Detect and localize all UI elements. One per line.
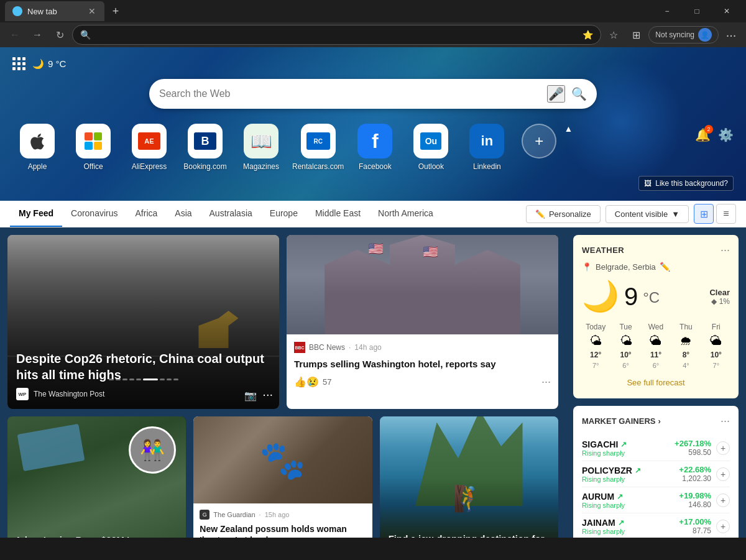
aurum-add-button[interactable]: + — [716, 493, 730, 507]
policybzr-status: Rising sharply — [582, 475, 679, 483]
forward-button[interactable]: → — [27, 25, 47, 45]
like-background-button[interactable]: 🖼 Like this background? — [638, 176, 734, 191]
microphone-button[interactable]: 🎤 — [547, 85, 565, 103]
chevron-down-icon: ▼ — [671, 209, 679, 219]
address-bar[interactable]: 🔍 ⭐ — [72, 25, 601, 45]
market-gainers-link[interactable]: MARKET GAINERS › — [582, 416, 661, 426]
more-options-button[interactable]: ··· — [721, 25, 741, 45]
coal-article-hero[interactable]: Despite Cop26 rhetoric, China coal outpu… — [7, 235, 279, 409]
feed-nav-myfeed[interactable]: My Feed — [10, 201, 62, 227]
shortcut-outlook[interactable]: Ou Outlook — [406, 124, 456, 171]
forecast-tue-low: 6° — [622, 362, 629, 369]
shortcut-office[interactable]: Office — [68, 124, 118, 171]
shortcut-magazines[interactable]: 📖 Magazines — [236, 124, 286, 171]
feed-nav-middleeast[interactable]: Middle East — [306, 201, 369, 227]
weather-city: Belgrade, Serbia — [596, 262, 656, 272]
policybzr-add-button[interactable]: + — [716, 467, 730, 481]
feed-nav-australasia[interactable]: Australasia — [201, 201, 261, 227]
location-pin-icon: 📍 — [582, 262, 592, 272]
back-button[interactable]: ← — [5, 25, 25, 45]
shortcuts-grid: Apple Office — [12, 124, 512, 171]
see-full-forecast-button[interactable]: See full forecast — [582, 375, 730, 390]
weather-temp-main: 🌙 9 °C — [582, 279, 660, 314]
sigachi-add-button[interactable]: + — [716, 441, 730, 455]
forecast-tue-label: Tue — [619, 323, 632, 331]
grid-view-button[interactable]: ⊞ — [694, 204, 714, 224]
weather-more-button[interactable]: ··· — [721, 244, 730, 257]
weather-summary: 🌙 9 °C — [32, 58, 66, 70]
bbc-article-card[interactable]: 🇺🇸 🇺🇸 BBC BBC News · 14h ago Trumps sell… — [287, 235, 558, 409]
favorites-button[interactable]: ☆ — [604, 25, 624, 45]
feed-nav-northamerica[interactable]: North America — [369, 201, 442, 227]
new-tab-button[interactable]: + — [107, 2, 124, 20]
rentalcars-icon: RC — [301, 124, 336, 158]
hero-top-row: 🌙 9 °C 🎤 🔍 — [0, 47, 746, 109]
sigachi-change: +267.18% 598.50 — [675, 439, 711, 457]
feed-nav-africa[interactable]: Africa — [127, 201, 167, 227]
add-shortcut-button[interactable]: + — [522, 124, 556, 158]
forecast-today-low: 7° — [592, 362, 599, 369]
forecast-thu-icon: 🌧 — [679, 334, 692, 348]
market-left-jainam: JAINAM ↗ Rising sharply — [582, 518, 679, 535]
possum-source-row: G The Guardian · 15h ago — [200, 510, 366, 520]
apps-grid-button[interactable] — [12, 57, 25, 70]
notification-button[interactable]: 🔔 2 — [695, 127, 711, 142]
shortcut-booking[interactable]: B Booking.com — [180, 124, 230, 171]
personalize-button[interactable]: ✏️ Personalize — [526, 205, 601, 223]
aurum-status: Rising sharply — [582, 502, 679, 509]
address-input[interactable] — [96, 30, 578, 40]
sync-label: Not syncing — [655, 30, 694, 39]
tab-close-button[interactable]: ✕ — [87, 5, 97, 17]
search-bar[interactable]: 🎤 🔍 — [149, 79, 597, 109]
adam-levine-card[interactable]: 👫 Adam Levine Buys $32M Los Angeles Home — [7, 416, 186, 538]
possum-source: The Guardian — [213, 511, 255, 518]
camera-button[interactable]: 📷 — [244, 390, 257, 402]
forecast-wed-icon: 🌥 — [650, 334, 662, 348]
forecast-wed-label: Wed — [648, 323, 663, 331]
collections-button[interactable]: ⊞ — [626, 25, 646, 45]
article-more-button[interactable]: ··· — [262, 387, 273, 402]
market-row-policybzr: POLICYBZR ↗ Rising sharply +22.68% 1,202… — [582, 461, 730, 487]
market-more-button[interactable]: ··· — [721, 415, 730, 428]
reload-button[interactable]: ↻ — [50, 25, 70, 45]
bbc-source: BBC News — [309, 343, 345, 352]
close-button[interactable]: ✕ — [712, 0, 741, 22]
adam-content: Adam Levine Buys $32M Los Angeles Home — [7, 526, 186, 538]
jainam-add-button[interactable]: + — [716, 520, 730, 533]
policybzr-change-group: +22.68% 1,202.30 — [679, 465, 711, 483]
travel-card[interactable]: 🧗 Find a jaw-dropping destination for yo… — [380, 416, 558, 538]
coal-article-meta: WP The Washington Post — [16, 388, 270, 400]
weather-location: 📍 Belgrade, Serbia ✏️ — [582, 262, 730, 272]
minimize-button[interactable]: − — [653, 0, 681, 22]
market-left-sigachi: SIGACHI ↗ Rising sharply — [582, 439, 675, 457]
maximize-button[interactable]: □ — [683, 0, 711, 22]
content-visible-button[interactable]: Content visible ▼ — [606, 205, 689, 223]
edit-location-button[interactable]: ✏️ — [660, 262, 670, 272]
collapse-shortcuts-button[interactable]: ▲ — [564, 124, 573, 134]
feed-nav-coronavirus[interactable]: Coronavirus — [62, 201, 126, 227]
forecast-today: Today 🌤 12° 7° — [582, 323, 609, 369]
possum-article-card[interactable]: 🐾 G The Guardian · 15h ago New Zealand p… — [193, 416, 372, 538]
browser-tab[interactable]: New tab ✕ — [5, 1, 104, 21]
feed-nav-actions: ✏️ Personalize Content visible ▼ ⊞ ≡ — [526, 204, 736, 224]
list-view-button[interactable]: ≡ — [716, 204, 736, 224]
search-input[interactable] — [159, 88, 541, 99]
carousel-dots — [109, 379, 178, 380]
weather-description: Clear ◆ 1% — [709, 288, 730, 306]
weather-unit: °C — [643, 289, 660, 306]
shortcut-rentalcars[interactable]: RC Rentalcars.com — [292, 124, 344, 171]
shortcut-facebook[interactable]: f Facebook — [350, 124, 400, 171]
feed-nav-asia[interactable]: Asia — [166, 201, 200, 227]
new-tab-page: 🌙 9 °C 🎤 🔍 — [0, 47, 746, 538]
shortcut-aliexpress[interactable]: AE AliExpress — [124, 124, 174, 171]
shortcut-apple[interactable]: Apple — [12, 124, 62, 171]
shortcut-linkedin[interactable]: in Linkedin — [462, 124, 512, 171]
settings-button[interactable]: ⚙️ — [718, 127, 734, 142]
market-right-sigachi: +267.18% 598.50 + — [675, 439, 730, 457]
feed-nav-europe[interactable]: Europe — [261, 201, 306, 227]
search-button[interactable]: 🔍 — [571, 86, 587, 101]
content-visible-label: Content visible — [615, 209, 668, 219]
sync-button[interactable]: Not syncing 👤 — [648, 26, 719, 44]
bbc-more-button[interactable]: ··· — [541, 375, 551, 388]
magazines-icon: 📖 — [244, 124, 279, 158]
